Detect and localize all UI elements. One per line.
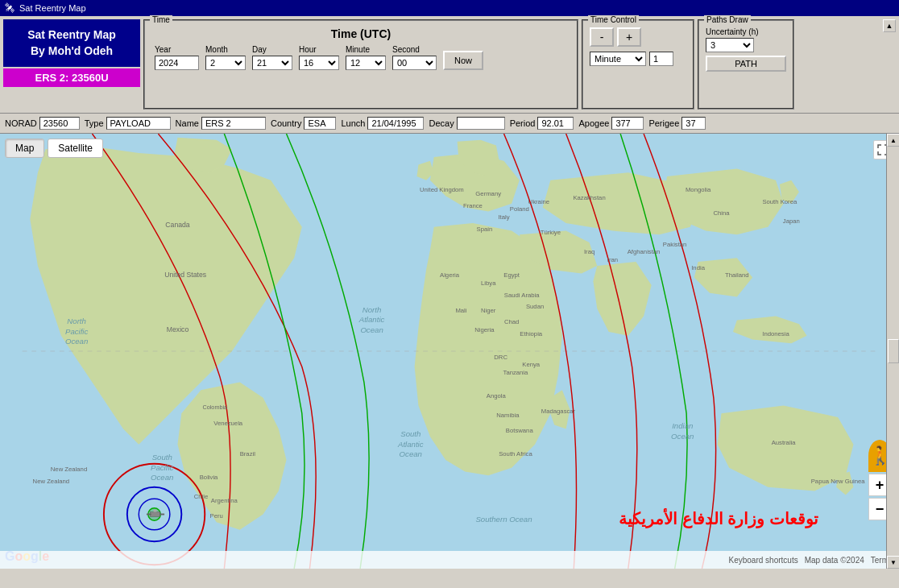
svg-text:Argentina: Argentina xyxy=(211,497,238,504)
svg-text:India: India xyxy=(691,264,705,271)
second-select[interactable]: 00 xyxy=(392,56,437,70)
period-label: Period xyxy=(510,118,536,128)
svg-text:Atlantic: Atlantic xyxy=(358,315,385,324)
lunch-input[interactable] xyxy=(367,117,424,130)
svg-text:Mali: Mali xyxy=(455,307,466,314)
satellite-button[interactable]: Satellite xyxy=(48,139,103,158)
minute-field: Minute 12 xyxy=(346,45,386,70)
uncertainty-select[interactable]: 3 1 2 4 5 xyxy=(706,38,754,52)
svg-text:France: France xyxy=(463,202,483,209)
now-button[interactable]: Now xyxy=(443,51,483,70)
svg-text:Ocean: Ocean xyxy=(65,337,88,346)
svg-text:Pakistan: Pakistan xyxy=(663,241,687,248)
tc-buttons: - + xyxy=(590,27,686,47)
svg-text:Papua New Guinea: Papua New Guinea xyxy=(811,478,866,485)
name-label: Name xyxy=(176,118,199,128)
name-field: Name xyxy=(176,117,266,130)
svg-text:Pacific: Pacific xyxy=(65,327,89,336)
svg-text:Botswana: Botswana xyxy=(506,427,534,434)
svg-text:Egypt: Egypt xyxy=(503,271,520,279)
top-section: Sat Reentry Map By Moh'd Odeh ERS 2: 235… xyxy=(0,16,899,113)
minute-select[interactable]: 12 xyxy=(346,56,386,70)
uncertainty-label: Uncertainty (h) xyxy=(706,27,786,36)
tc-plus-button[interactable]: + xyxy=(617,27,641,47)
map-data-text: Map data ©2024 xyxy=(805,556,864,565)
decay-field: Decay xyxy=(429,117,504,130)
svg-rect-7 xyxy=(147,514,151,516)
hour-label: Hour xyxy=(299,45,317,54)
svg-text:Atlantic: Atlantic xyxy=(397,440,424,449)
map-button[interactable]: Map xyxy=(5,139,44,158)
svg-text:New Zealand: New Zealand xyxy=(51,466,87,473)
svg-text:Southern Ocean: Southern Ocean xyxy=(475,515,532,524)
minute-label: Minute xyxy=(346,45,370,54)
time-title: Time (UTC) xyxy=(155,27,567,40)
paths-draw-panel: Paths Draw Uncertainty (h) 3 1 2 4 5 PAT… xyxy=(698,19,794,110)
app-title: Sat Reentry Map By Moh'd Odeh xyxy=(27,27,116,59)
time-fields: Year Month 2 Day 21 Hour 16 xyxy=(155,45,567,70)
month-select[interactable]: 2 xyxy=(205,56,246,70)
lunch-field: Lunch xyxy=(341,117,424,130)
path-button[interactable]: PATH xyxy=(706,56,786,72)
year-field: Year xyxy=(155,45,199,70)
svg-text:South: South xyxy=(400,429,420,438)
map-controls: Map Satellite xyxy=(5,139,103,158)
svg-text:Indian: Indian xyxy=(672,421,693,430)
svg-text:Kazakhstan: Kazakhstan xyxy=(573,194,605,201)
decay-input[interactable] xyxy=(457,117,505,130)
map-scroll-down[interactable]: ▼ xyxy=(887,556,899,569)
hour-select[interactable]: 16 xyxy=(299,56,339,70)
day-field: Day 21 xyxy=(252,45,292,70)
tc-value-input[interactable] xyxy=(649,52,673,66)
svg-text:South: South xyxy=(152,453,172,462)
map-scroll-thumb[interactable] xyxy=(888,339,899,363)
svg-text:Mongolia: Mongolia xyxy=(686,186,711,193)
tc-unit-select[interactable]: Minute Hour Day xyxy=(590,52,646,66)
svg-text:Ukraine: Ukraine xyxy=(528,198,550,205)
time-panel-label: Time xyxy=(150,15,172,24)
title-bar: 🛰 Sat Reentry Map xyxy=(0,0,899,16)
type-field: Type xyxy=(85,117,171,130)
svg-text:New Zealand: New Zealand xyxy=(33,478,69,485)
map-container[interactable]: North Pacific Ocean North Atlantic Ocean… xyxy=(0,134,899,569)
scroll-up-btn[interactable]: ▲ xyxy=(883,19,896,32)
svg-text:Thailand: Thailand xyxy=(725,271,749,279)
svg-text:North: North xyxy=(67,317,86,325)
left-panel: Sat Reentry Map By Moh'd Odeh ERS 2: 235… xyxy=(3,19,140,110)
norad-bar: NORAD Type Name Country Lunch Decay Peri… xyxy=(0,113,899,134)
svg-text:Afghanistan: Afghanistan xyxy=(628,248,661,255)
perigee-input[interactable] xyxy=(682,117,706,130)
name-input[interactable] xyxy=(201,117,266,130)
svg-text:Kenya: Kenya xyxy=(522,361,541,368)
svg-text:Angola: Angola xyxy=(487,392,507,400)
norad-input[interactable] xyxy=(39,117,80,130)
svg-text:Mexico: Mexico xyxy=(167,325,189,333)
type-input[interactable] xyxy=(106,117,171,130)
map-scroll-up[interactable]: ▲ xyxy=(887,134,899,147)
country-input[interactable] xyxy=(304,117,336,130)
satellite-id-box: ERS 2: 23560U xyxy=(3,68,140,87)
tc-minus-button[interactable]: - xyxy=(590,27,614,47)
svg-text:Bolivia: Bolivia xyxy=(200,474,218,481)
year-input[interactable] xyxy=(155,56,199,70)
apogee-input[interactable] xyxy=(611,117,644,130)
svg-text:Sudan: Sudan xyxy=(526,303,544,310)
svg-text:South Africa: South Africa xyxy=(499,450,532,458)
apogee-label: Apogee xyxy=(578,118,609,128)
svg-text:Germany: Germany xyxy=(475,190,501,197)
time-panel: Time Time (UTC) Year Month 2 Day 21 Hour xyxy=(143,19,578,110)
svg-text:Ocean: Ocean xyxy=(360,325,383,334)
svg-text:Pacific: Pacific xyxy=(151,463,174,472)
period-input[interactable] xyxy=(537,117,574,130)
perigee-label: Perigee xyxy=(648,118,679,128)
day-select[interactable]: 21 xyxy=(252,56,292,70)
svg-text:Algeria: Algeria xyxy=(440,271,460,279)
time-control-panel: Time Control - + Minute Hour Day xyxy=(582,19,694,110)
svg-text:Chad: Chad xyxy=(504,318,519,325)
keyboard-shortcuts[interactable]: Keyboard shortcuts xyxy=(729,556,798,565)
svg-text:Türkiye: Türkiye xyxy=(541,229,561,236)
svg-text:Ocean: Ocean xyxy=(400,449,422,458)
type-label: Type xyxy=(85,118,104,128)
satellite-id: ERS 2: 23560U xyxy=(35,72,108,84)
map-scrollbar[interactable]: ▲ ▼ xyxy=(886,134,899,569)
